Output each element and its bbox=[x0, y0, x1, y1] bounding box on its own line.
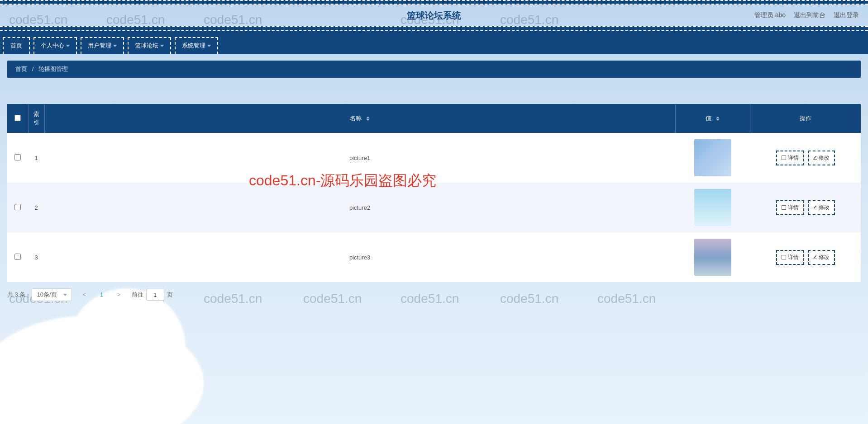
edit-button[interactable]: 修改 bbox=[808, 151, 835, 165]
app-title: 篮球论坛系统 bbox=[407, 9, 461, 22]
edit-button[interactable]: 修改 bbox=[808, 250, 835, 265]
cell-name: picture1 bbox=[44, 133, 675, 183]
select-all-checkbox[interactable] bbox=[14, 115, 21, 121]
goto-label: 前往 bbox=[132, 291, 143, 299]
detail-icon bbox=[782, 205, 786, 210]
column-action: 操作 bbox=[750, 104, 861, 133]
detail-button[interactable]: 详情 bbox=[776, 250, 804, 265]
nav-item-personal[interactable]: 个人中心 bbox=[33, 37, 77, 54]
detail-button[interactable]: 详情 bbox=[776, 151, 804, 165]
row-checkbox[interactable] bbox=[14, 254, 21, 260]
column-checkbox bbox=[7, 104, 28, 133]
cell-name: picture3 bbox=[44, 232, 675, 282]
table-row: 2 picture2 详情 修改 bbox=[7, 183, 861, 232]
chevron-down-icon bbox=[66, 45, 70, 47]
main-nav: 首页 个人中心 用户管理 篮球论坛 系统管理 bbox=[0, 31, 868, 54]
table-row: 1 picture1 详情 修改 bbox=[7, 133, 861, 183]
top-band-decoration-2 bbox=[0, 26, 868, 31]
nav-item-home[interactable]: 首页 bbox=[3, 37, 30, 54]
nav-label: 系统管理 bbox=[182, 42, 205, 50]
nav-label: 用户管理 bbox=[88, 42, 111, 50]
cell-thumbnail[interactable] bbox=[694, 189, 731, 226]
cell-index: 1 bbox=[28, 133, 44, 183]
goto-page-input[interactable] bbox=[146, 289, 164, 301]
nav-label: 篮球论坛 bbox=[135, 42, 158, 50]
user-label[interactable]: 管理员 abo bbox=[754, 11, 786, 19]
row-checkbox[interactable] bbox=[14, 154, 21, 160]
cell-thumbnail[interactable] bbox=[694, 239, 731, 276]
breadcrumb-home[interactable]: 首页 bbox=[15, 66, 27, 72]
header-actions: 管理员 abo 退出到前台 退出登录 bbox=[754, 11, 859, 19]
top-band-decoration bbox=[0, 0, 868, 5]
edit-icon bbox=[813, 156, 817, 160]
detail-button[interactable]: 详情 bbox=[776, 200, 804, 215]
table-card: 索引 名称 值 操作 1 picture1 bbox=[7, 104, 861, 282]
sort-icon[interactable] bbox=[366, 117, 370, 121]
page-number-1[interactable]: 1 bbox=[95, 288, 108, 301]
cell-name: picture2 bbox=[44, 183, 675, 232]
cell-index: 3 bbox=[28, 232, 44, 282]
page-size-select[interactable]: 10条/页 bbox=[32, 288, 72, 301]
chevron-down-icon bbox=[160, 45, 164, 47]
nav-item-users[interactable]: 用户管理 bbox=[81, 37, 124, 54]
logout-button[interactable]: 退出登录 bbox=[834, 11, 859, 19]
column-value[interactable]: 值 bbox=[675, 104, 750, 133]
pagination-total: 共 3 条 bbox=[7, 291, 25, 299]
column-name[interactable]: 名称 bbox=[44, 104, 675, 133]
header: 篮球论坛系统 管理员 abo 退出到前台 退出登录 bbox=[0, 5, 868, 26]
edit-button[interactable]: 修改 bbox=[808, 200, 835, 215]
breadcrumb: 首页 / 轮播图管理 bbox=[7, 61, 861, 78]
edit-icon bbox=[813, 255, 817, 259]
detail-icon bbox=[782, 255, 786, 259]
chevron-down-icon bbox=[63, 294, 67, 296]
chevron-down-icon bbox=[207, 45, 211, 47]
cloud-decoration bbox=[0, 316, 204, 424]
detail-icon bbox=[782, 155, 786, 160]
next-page-button[interactable]: > bbox=[113, 288, 125, 301]
row-checkbox[interactable] bbox=[14, 204, 21, 210]
pagination: 共 3 条 10条/页 < 1 > 前往 页 bbox=[7, 288, 861, 301]
cell-thumbnail[interactable] bbox=[694, 139, 731, 176]
table-row: 3 picture3 详情 修改 bbox=[7, 232, 861, 282]
cell-index: 2 bbox=[28, 183, 44, 232]
logout-to-front-button[interactable]: 退出到前台 bbox=[794, 11, 825, 19]
edit-icon bbox=[813, 206, 817, 209]
breadcrumb-current: 轮播图管理 bbox=[38, 66, 68, 72]
chevron-down-icon bbox=[113, 45, 117, 47]
column-index[interactable]: 索引 bbox=[28, 104, 44, 133]
nav-label: 首页 bbox=[10, 42, 22, 50]
prev-page-button[interactable]: < bbox=[78, 288, 91, 301]
nav-item-system[interactable]: 系统管理 bbox=[175, 37, 218, 54]
carousel-table: 索引 名称 值 操作 1 picture1 bbox=[7, 104, 861, 282]
nav-item-forum[interactable]: 篮球论坛 bbox=[128, 37, 171, 54]
goto-suffix: 页 bbox=[167, 291, 173, 299]
nav-label: 个人中心 bbox=[41, 42, 64, 50]
sort-icon[interactable] bbox=[716, 117, 720, 121]
